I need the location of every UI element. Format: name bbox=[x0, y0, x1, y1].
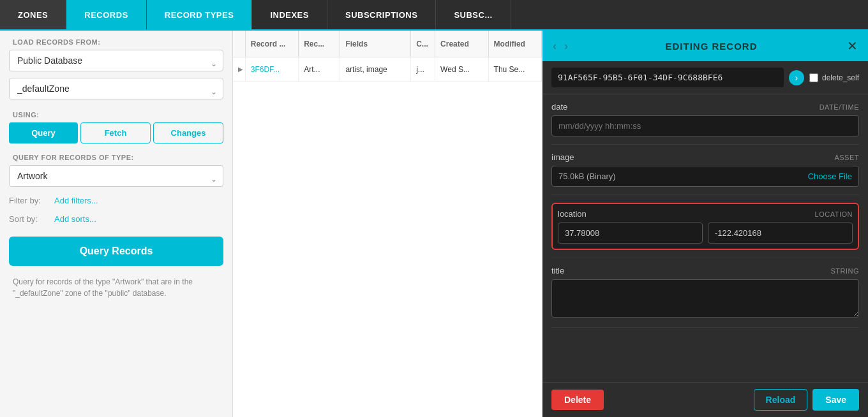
field-date-type: DATE/TIME bbox=[819, 103, 859, 111]
query-btn-wrap: Query Records bbox=[0, 226, 232, 271]
field-title-name: title bbox=[551, 266, 564, 275]
field-image-asset: 75.0kB (Binary) Choose File bbox=[551, 166, 859, 187]
record-id-value: 91AF565F-95B5-6F01-34DF-9C688BFE6 bbox=[551, 68, 784, 87]
latitude-input[interactable] bbox=[558, 223, 703, 244]
tab-changes-btn[interactable]: Changes bbox=[153, 122, 223, 143]
save-button[interactable]: Save bbox=[812, 389, 859, 411]
tab-query-btn[interactable]: Query bbox=[9, 122, 78, 143]
using-tabs: Query Fetch Changes bbox=[0, 122, 232, 151]
delete-record-button[interactable]: Delete bbox=[551, 390, 604, 410]
footer-right-buttons: Reload Save bbox=[754, 389, 859, 411]
td-expand: ▶ bbox=[233, 57, 246, 81]
record-link[interactable]: 3F6DF... bbox=[251, 65, 280, 74]
filter-row: Filter by: Add filters... bbox=[9, 193, 223, 208]
td-record-type: Art... bbox=[299, 57, 340, 81]
field-location-type: LOCATION bbox=[815, 210, 853, 218]
record-type-select[interactable]: Artwork bbox=[9, 165, 223, 187]
tab-subsc[interactable]: SUBSC... bbox=[436, 0, 511, 29]
td-modified: Thu Se... bbox=[489, 57, 542, 81]
th-created: Created bbox=[435, 31, 488, 57]
sort-label: Sort by: bbox=[9, 214, 44, 224]
prev-record-button[interactable]: ‹ bbox=[550, 40, 559, 53]
edit-panel-title: EDITING RECORD bbox=[578, 41, 844, 52]
field-image-header: image ASSET bbox=[551, 152, 859, 162]
zone-select[interactable]: _defaultZone bbox=[9, 78, 223, 99]
query-description: Query for records of the type "Artwork" … bbox=[0, 271, 232, 309]
tab-zones[interactable]: ZONES bbox=[0, 0, 66, 29]
field-location: location LOCATION bbox=[551, 195, 859, 258]
th-c: C... bbox=[411, 31, 435, 57]
field-image-type: ASSET bbox=[834, 154, 859, 161]
using-label: USING: bbox=[0, 106, 232, 122]
records-table: Record ... Rec... Fields C... Created Mo… bbox=[233, 31, 542, 417]
tab-indexes[interactable]: INDEXES bbox=[252, 0, 327, 29]
field-location-name: location bbox=[558, 209, 587, 219]
longitude-input[interactable] bbox=[708, 223, 853, 244]
field-title-textarea[interactable] bbox=[551, 279, 859, 318]
record-id-nav-button[interactable]: › bbox=[789, 70, 804, 85]
th-expand bbox=[233, 31, 246, 57]
table-body: ▶ 3F6DF... Art... artist, image j... Wed… bbox=[233, 57, 542, 417]
expand-arrow-icon: ▶ bbox=[238, 66, 243, 73]
field-location-header: location LOCATION bbox=[558, 209, 853, 219]
query-type-label: QUERY FOR RECORDS OF TYPE: bbox=[0, 151, 232, 165]
record-id-row: 91AF565F-95B5-6F01-34DF-9C688BFE6 › dele… bbox=[542, 61, 868, 94]
field-image: image ASSET 75.0kB (Binary) Choose File bbox=[551, 145, 859, 195]
field-title-header: title STRING bbox=[551, 266, 859, 275]
edit-fields: date DATE/TIME image ASSET 75.0kB (Binar… bbox=[542, 94, 868, 382]
delete-self-wrap: delete_self bbox=[809, 73, 859, 82]
tab-fetch-btn[interactable]: Fetch bbox=[80, 122, 151, 143]
table-header: Record ... Rec... Fields C... Created Mo… bbox=[233, 31, 542, 57]
query-records-button[interactable]: Query Records bbox=[9, 237, 223, 266]
delete-self-label: delete_self bbox=[822, 73, 859, 82]
td-created: Wed S... bbox=[435, 57, 488, 81]
tab-subscriptions[interactable]: SUBSCRIPTIONS bbox=[327, 0, 436, 29]
filter-sort-section: Filter by: Add filters... Sort by: Add s… bbox=[0, 193, 232, 226]
edit-panel: ‹ › EDITING RECORD ✕ 91AF565F-95B5-6F01-… bbox=[542, 31, 868, 417]
field-date-input[interactable] bbox=[551, 115, 859, 136]
database-select-wrap: Public Database Private Database ⌄ bbox=[0, 50, 232, 78]
database-select[interactable]: Public Database Private Database bbox=[9, 50, 223, 71]
add-filters-link[interactable]: Add filters... bbox=[49, 193, 103, 208]
nav-arrows: ‹ › bbox=[550, 40, 571, 53]
location-inputs bbox=[558, 223, 853, 244]
asset-value: 75.0kB (Binary) bbox=[558, 172, 808, 181]
delete-self-checkbox[interactable] bbox=[809, 73, 818, 82]
field-date: date DATE/TIME bbox=[551, 94, 859, 145]
field-location-highlighted: location LOCATION bbox=[551, 203, 859, 250]
load-from-label: LOAD RECORDS FROM: bbox=[0, 31, 232, 50]
td-fields: artist, image bbox=[340, 57, 411, 81]
reload-button[interactable]: Reload bbox=[754, 389, 808, 411]
field-date-name: date bbox=[551, 102, 567, 112]
add-sorts-link[interactable]: Add sorts... bbox=[49, 212, 101, 226]
th-record-type: Rec... bbox=[299, 31, 340, 57]
filter-label: Filter by: bbox=[9, 196, 44, 205]
th-modified: Modified bbox=[489, 31, 542, 57]
field-image-name: image bbox=[551, 152, 574, 162]
th-record-id: Record ... bbox=[246, 31, 299, 57]
field-title: title STRING bbox=[551, 258, 859, 328]
sidebar: LOAD RECORDS FROM: Public Database Priva… bbox=[0, 31, 233, 417]
th-fields: Fields bbox=[340, 31, 411, 57]
tab-record-types[interactable]: RECORD TYPES bbox=[147, 0, 253, 29]
edit-panel-footer: Delete Reload Save bbox=[542, 382, 868, 417]
field-date-header: date DATE/TIME bbox=[551, 102, 859, 112]
main-content: LOAD RECORDS FROM: Public Database Priva… bbox=[0, 31, 868, 417]
zone-select-wrap: _defaultZone ⌄ bbox=[0, 78, 232, 106]
td-record-id: 3F6DF... bbox=[246, 57, 299, 81]
td-c: j... bbox=[411, 57, 435, 81]
choose-file-button[interactable]: Choose File bbox=[808, 172, 852, 181]
edit-panel-header: ‹ › EDITING RECORD ✕ bbox=[542, 31, 868, 61]
next-record-button[interactable]: › bbox=[562, 40, 571, 53]
tab-records[interactable]: RECORDS bbox=[66, 0, 147, 29]
sort-row: Sort by: Add sorts... bbox=[9, 212, 223, 226]
table-row[interactable]: ▶ 3F6DF... Art... artist, image j... Wed… bbox=[233, 57, 542, 82]
field-title-type: STRING bbox=[830, 267, 859, 275]
top-nav: ZONES RECORDS RECORD TYPES INDEXES SUBSC… bbox=[0, 0, 868, 31]
close-edit-panel-button[interactable]: ✕ bbox=[844, 38, 860, 54]
record-type-select-wrap: Artwork ⌄ bbox=[0, 165, 232, 193]
